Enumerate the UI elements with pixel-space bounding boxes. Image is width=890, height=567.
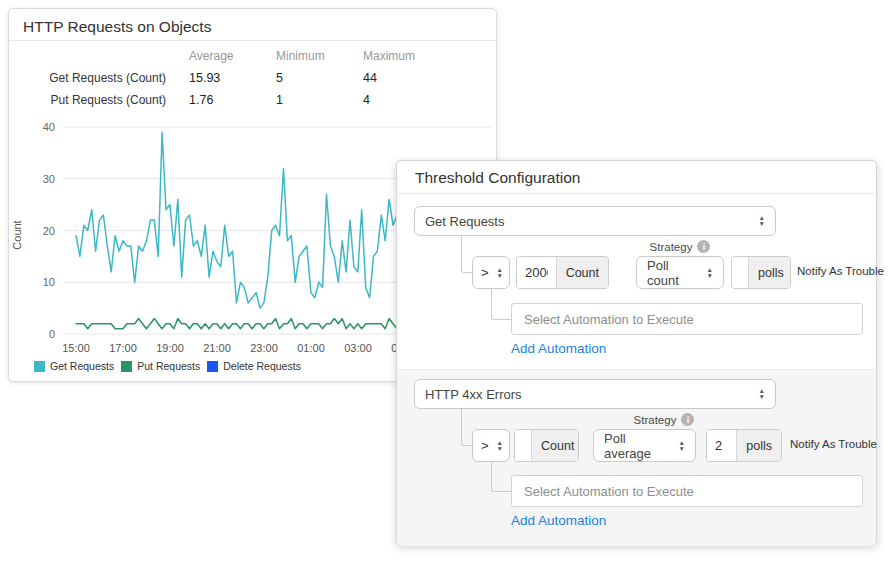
stats-table: Average Minimum Maximum Get Requests (Co… — [32, 45, 415, 111]
add-automation-link[interactable]: Add Automation — [511, 341, 606, 356]
strategy-select-value: Poll average — [604, 431, 671, 461]
stats-col-minimum: Minimum — [276, 45, 363, 67]
threshold-panel: Threshold Configuration Get Requests ▲▼ … — [396, 160, 877, 546]
strategy-select[interactable]: Poll count ▲▼ — [636, 256, 724, 289]
legend-item[interactable]: Put Requests — [121, 360, 200, 372]
polls-addon: polls — [736, 430, 781, 461]
divider — [9, 40, 496, 41]
metric-select-value: Get Requests — [425, 214, 505, 229]
legend-swatch-get-requests — [34, 361, 45, 372]
chart-title: HTTP Requests on Objects — [23, 18, 211, 36]
stats-col-maximum: Maximum — [363, 45, 415, 67]
legend-label: Delete Requests — [223, 360, 301, 372]
connector-line — [491, 462, 511, 492]
chevron-up-down-icon: ▲▼ — [489, 440, 503, 452]
x-tick-label: 03:00 — [344, 342, 372, 354]
threshold-value-input[interactable] — [515, 430, 531, 461]
automation-select-input[interactable] — [511, 475, 863, 507]
threshold-value-input[interactable] — [517, 257, 556, 288]
strategy-label: Strategy i — [625, 240, 735, 253]
y-tick-label: 40 — [43, 121, 55, 133]
info-icon[interactable]: i — [697, 240, 710, 253]
chevron-up-down-icon: ▲▼ — [699, 267, 713, 279]
strategy-label: Strategy i — [609, 413, 719, 426]
stats-value-average: 1.76 — [166, 89, 276, 111]
y-tick-label: 20 — [43, 225, 55, 237]
legend-label: Put Requests — [137, 360, 200, 372]
threshold-value-group: Count — [516, 256, 609, 289]
operator-select[interactable]: > ▲▼ — [472, 256, 510, 289]
legend-swatch-delete-requests — [207, 361, 218, 372]
threshold-value-group: Count — [514, 429, 579, 462]
legend-item[interactable]: Delete Requests — [207, 360, 301, 372]
polls-addon: polls — [748, 257, 791, 288]
stats-corner-cell — [32, 45, 166, 67]
y-tick-label: 30 — [43, 173, 55, 185]
notify-as-trouble-label: Notify As Trouble — [797, 265, 884, 277]
chevron-up-down-icon: ▲▼ — [489, 267, 503, 279]
strategy-select-value: Poll count — [647, 258, 699, 288]
metric-select[interactable]: Get Requests ▲▼ — [414, 206, 776, 236]
strategy-select[interactable]: Poll average ▲▼ — [593, 429, 696, 462]
connector-line — [461, 236, 472, 273]
stats-value-minimum: 1 — [276, 89, 363, 111]
stats-row-label: Get Requests (Count) — [32, 67, 166, 89]
unit-addon: Count — [556, 257, 608, 288]
divider — [397, 193, 876, 194]
x-tick-label: 17:00 — [109, 342, 137, 354]
polls-count-input[interactable] — [707, 430, 736, 461]
stats-value-maximum: 4 — [363, 89, 415, 111]
add-automation-link[interactable]: Add Automation — [511, 513, 606, 528]
chevron-up-down-icon: ▲▼ — [751, 215, 765, 227]
x-tick-label: 01:00 — [297, 342, 325, 354]
operator-select-value: > — [481, 438, 489, 453]
x-tick-label: 19:00 — [156, 342, 184, 354]
connector-line — [461, 409, 472, 446]
stats-row-label: Put Requests (Count) — [32, 89, 166, 111]
polls-count-group: polls — [706, 429, 782, 462]
unit-addon: Count — [531, 430, 579, 461]
stats-value-maximum: 44 — [363, 67, 415, 89]
y-tick-label: 10 — [43, 276, 55, 288]
automation-select-input[interactable] — [511, 303, 863, 335]
chevron-up-down-icon: ▲▼ — [671, 440, 685, 452]
metric-select-value: HTTP 4xx Errors — [425, 387, 522, 402]
chart-legend: Get RequestsPut RequestsDelete Requests — [34, 360, 308, 372]
legend-item[interactable]: Get Requests — [34, 360, 114, 372]
stats-value-minimum: 5 — [276, 67, 363, 89]
metric-select[interactable]: HTTP 4xx Errors ▲▼ — [414, 379, 776, 409]
y-tick-label: 0 — [49, 328, 55, 340]
polls-count-group: polls — [731, 256, 791, 289]
x-tick-label: 21:00 — [203, 342, 231, 354]
chevron-up-down-icon: ▲▼ — [751, 388, 765, 400]
operator-select[interactable]: > ▲▼ — [472, 429, 510, 462]
x-tick-label: 23:00 — [250, 342, 278, 354]
info-icon[interactable]: i — [681, 413, 694, 426]
x-tick-label: 15:00 — [62, 342, 90, 354]
threshold-title: Threshold Configuration — [415, 169, 580, 187]
stats-col-average: Average — [166, 45, 276, 67]
operator-select-value: > — [481, 265, 489, 280]
stats-value-average: 15.93 — [166, 67, 276, 89]
legend-label: Get Requests — [50, 360, 114, 372]
polls-count-input[interactable] — [732, 257, 748, 288]
connector-line — [491, 289, 511, 320]
y-axis-label: Count — [11, 220, 23, 249]
notify-as-trouble-label: Notify As Trouble — [790, 438, 877, 450]
threshold-section: HTTP 4xx Errors ▲▼ Strategy i > ▲▼ Count… — [397, 369, 876, 546]
legend-swatch-put-requests — [121, 361, 132, 372]
